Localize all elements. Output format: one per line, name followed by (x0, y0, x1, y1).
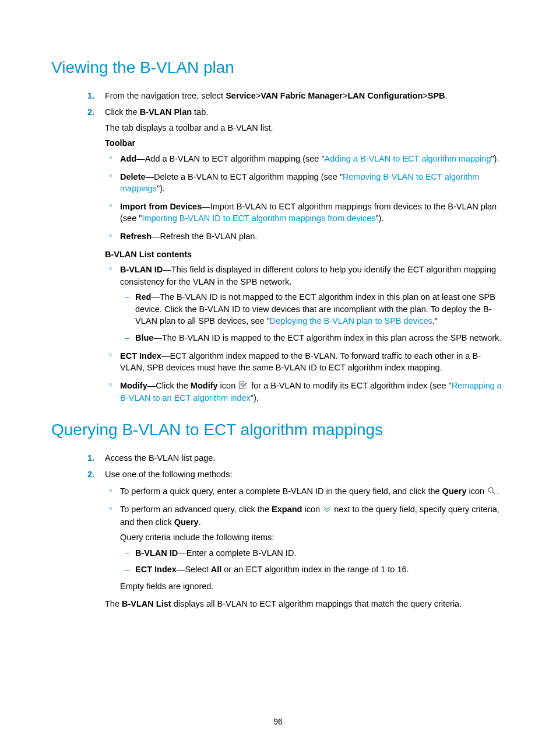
criteria-list: B-VLAN ID—Enter a complete B-VLAN ID. EC… (120, 547, 505, 576)
bvlan-list-label: B-VLAN List contents (105, 249, 505, 261)
step2-pre: Click the (105, 107, 140, 117)
toolbar-delete: Delete—Delete a B-VLAN to ECT algorithm … (120, 171, 505, 195)
empty-fields-text: Empty fields are ignored. (120, 580, 505, 593)
bvlan-list-label-text: B-VLAN List contents (105, 250, 192, 259)
crit-bvlan-id: B-VLAN ID—Enter a complete B-VLAN ID. (135, 547, 505, 559)
quick-query-item: To perform a quick query, enter a comple… (120, 485, 505, 498)
add-end: "). (491, 154, 499, 163)
crit-id-text: —Enter a complete B-VLAN ID. (178, 548, 296, 558)
toolbar-label: Toolbar (105, 137, 505, 149)
adv-bold: Expand (272, 505, 302, 514)
blue-text: —The B-VLAN ID is mapped to the ECT algo… (153, 333, 501, 342)
refresh-text: —Refresh the B-VLAN plan. (152, 232, 257, 241)
bvlan-list-contents: B-VLAN ID—This field is displayed in dif… (105, 264, 505, 404)
modify-icon (239, 380, 248, 393)
quick-bold: Query (442, 487, 467, 496)
document-page: Viewing the B-VLAN plan From the navigat… (0, 0, 556, 638)
quick-end: . (497, 487, 499, 496)
import-link[interactable]: Importing B-VLAN ID to ECT algorithm map… (142, 214, 375, 223)
step2-post: tab. (192, 107, 208, 117)
modify-item: Modify—Click the Modify icon for a B-VLA… (120, 380, 505, 404)
red-link[interactable]: Deploying the B-VLAN plan to SPB devices (270, 316, 432, 326)
heading-querying: Querying B-VLAN to ECT algorithm mapping… (51, 418, 505, 442)
quick-pre: To perform a quick query, enter a comple… (120, 487, 442, 496)
svg-line-5 (492, 492, 495, 494)
step2-bold: B-VLAN Plan (140, 107, 192, 117)
add-link[interactable]: Adding a B-VLAN to ECT algorithm mapping (325, 154, 491, 163)
adv-mid: icon (302, 505, 322, 514)
ect-index-item: ECT Index—ECT algorithm index mapped to … (120, 350, 505, 374)
result-pre: The (105, 599, 122, 608)
blue-label: Blue (135, 333, 153, 342)
crit-ect-post: or an ECT algorithm index in the range o… (221, 565, 409, 574)
breadcrumb-spb: SPB (428, 91, 445, 100)
red-item: Red—The B-VLAN ID is not mapped to the E… (135, 291, 505, 327)
toolbar-import: Import from Devices—Import B-VLAN to ECT… (120, 201, 505, 225)
bvlan-id-item: B-VLAN ID—This field is displayed in dif… (120, 264, 505, 344)
q-step-1: Access the B-VLAN list page. (105, 452, 505, 464)
add-label: Add (120, 154, 136, 163)
procedure-list-1: From the navigation tree, select Service… (51, 90, 505, 404)
toolbar-label-text: Toolbar (105, 138, 135, 148)
breadcrumb-lan: LAN Configuration (347, 91, 423, 100)
step1-text-pre: From the navigation tree, select (105, 91, 226, 100)
red-label: Red (135, 292, 151, 302)
crit-ect-bold: All (211, 565, 222, 574)
step-2: Click the B-VLAN Plan tab. The tab displ… (105, 106, 505, 404)
adv-bold2: Query (174, 517, 199, 527)
add-text: —Add a B-VLAN to ECT algorithm mapping (… (136, 154, 324, 163)
delete-text: —Delete a B-VLAN to ECT algorithm mappin… (146, 172, 343, 181)
modify-bold2: Modify (191, 381, 218, 390)
breadcrumb-sep: > (256, 90, 261, 102)
blue-item: Blue—The B-VLAN ID is mapped to the ECT … (135, 332, 505, 344)
crit-ect-pre: —Select (177, 565, 211, 574)
refresh-label: Refresh (120, 232, 152, 241)
query-methods: To perform a quick query, enter a comple… (105, 485, 505, 593)
crit-ect-label: ECT Index (135, 565, 177, 574)
search-icon (488, 486, 495, 498)
expand-icon (323, 504, 330, 516)
crit-ect-index: ECT Index—Select All or an ECT algorithm… (135, 564, 505, 576)
breadcrumb-vfm: VAN Fabric Manager (261, 91, 343, 100)
result-text: The B-VLAN List displays all B-VLAN to E… (105, 598, 505, 610)
procedure-list-2: Access the B-VLAN list page. Use one of … (51, 452, 505, 611)
quick-post: icon (467, 487, 487, 496)
adv-pre: To perform an advanced query, click the (120, 505, 272, 514)
q-step-2: Use one of the following methods: To per… (105, 468, 505, 610)
criteria-intro: Query criteria include the following ite… (120, 531, 505, 544)
heading-viewing-bvlan: Viewing the B-VLAN plan (51, 56, 505, 79)
bvlan-id-label: B-VLAN ID (120, 265, 163, 274)
modify-end: "). (251, 393, 259, 402)
import-label: Import from Devices (120, 202, 202, 211)
delete-label: Delete (120, 172, 146, 181)
toolbar-add: Add—Add a B-VLAN to ECT algorithm mappin… (120, 153, 505, 165)
advanced-query-item: To perform an advanced query, click the … (120, 503, 505, 592)
result-bold: B-VLAN List (122, 599, 171, 608)
import-end: "). (375, 214, 383, 223)
q-step2-text: Use one of the following methods: (105, 470, 232, 479)
step1-text-post: . (445, 91, 448, 100)
toolbar-refresh: Refresh—Refresh the B-VLAN plan. (120, 230, 505, 243)
modify-label: Modify (120, 381, 147, 390)
modify-pre: —Click the (147, 381, 191, 390)
modify-mid: icon (218, 381, 238, 390)
svg-point-4 (488, 488, 493, 492)
breadcrumb-service: Service (226, 91, 256, 100)
modify-post: for a B-VLAN to modify its ECT algorithm… (249, 381, 451, 390)
red-end: ." (432, 316, 438, 326)
adv-end: . (199, 517, 201, 527)
result-post: displays all B-VLAN to ECT algorithm map… (171, 599, 462, 608)
toolbar-items: Add—Add a B-VLAN to ECT algorithm mappin… (105, 153, 505, 242)
ect-index-label: ECT Index (120, 351, 161, 360)
breadcrumb-sep: > (423, 90, 427, 102)
step-1: From the navigation tree, select Service… (105, 90, 505, 102)
page-number: 96 (0, 716, 556, 728)
color-list: Red—The B-VLAN ID is not mapped to the E… (120, 291, 505, 344)
bvlan-id-text: —This field is displayed in different co… (120, 265, 496, 286)
delete-end: "). (157, 184, 165, 193)
tab-displays-text: The tab displays a toolbar and a B-VLAN … (105, 122, 505, 134)
ect-index-text: —ECT algorithm index mapped to the B-VLA… (120, 351, 481, 373)
crit-id-label: B-VLAN ID (135, 548, 178, 558)
